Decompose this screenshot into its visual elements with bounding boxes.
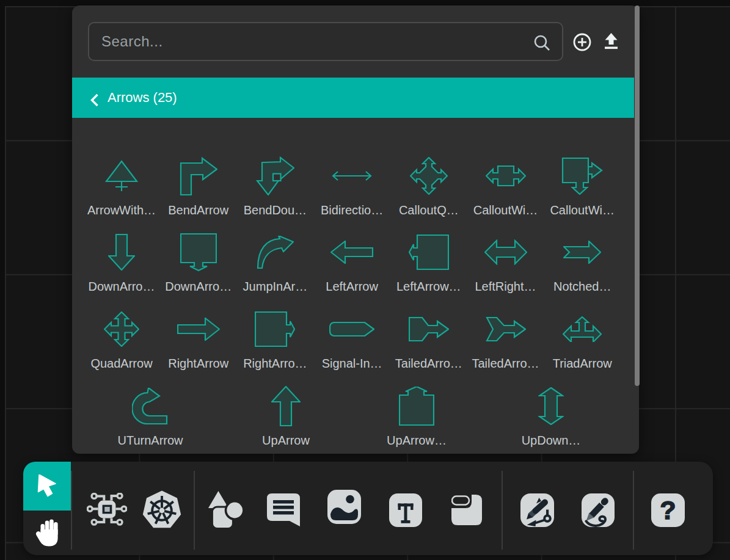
svg-text:?: ? xyxy=(660,495,676,525)
